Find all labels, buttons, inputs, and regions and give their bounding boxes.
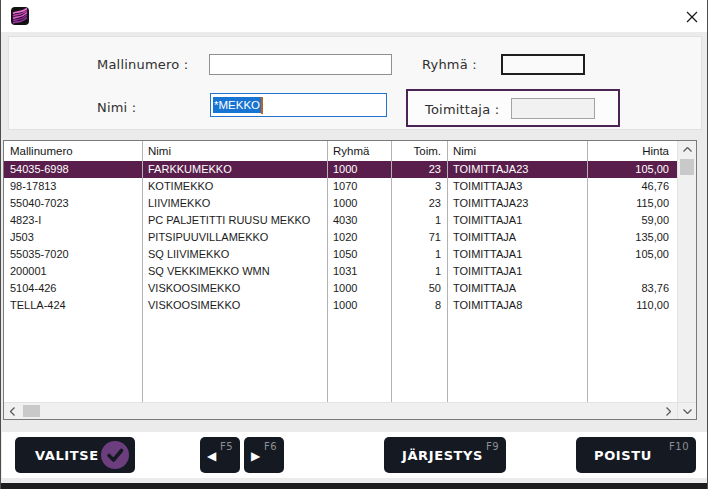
f5-key-hint: F5 (220, 441, 233, 452)
button-bar: VALITSE ◀ F5 ▶ F6 JÄRJESTYS F9 POISTU F1… (2, 432, 708, 478)
table-cell: TOIMITTAJA1 (453, 263, 585, 280)
scroll-right-icon[interactable] (660, 403, 677, 419)
table-cell: 115,00 (589, 195, 669, 212)
toimittaja-groupbox: Toimittaja : (406, 89, 620, 127)
table-cell: 54035-6998 (10, 161, 140, 178)
table-cell: 55035-7020 (10, 246, 140, 263)
window-bottom-edge (1, 483, 708, 489)
table-cell: TOIMITTAJA (453, 280, 585, 297)
table-cell: 98-17813 (10, 178, 140, 195)
table-row[interactable]: 200001SQ VEKKIMEKKO WMN10311TOIMITTAJA1 (4, 263, 677, 280)
horizontal-scrollbar-thumb[interactable] (23, 405, 40, 417)
table-cell (589, 263, 669, 280)
table-cell: 1 (393, 212, 441, 229)
table-cell: 1 (393, 246, 441, 263)
table-row[interactable]: 54035-6998FARKKUMEKKO100023TOIMITTAJA231… (4, 161, 677, 178)
table-row[interactable]: 98-17813KOTIMEKKO10703TOIMITTAJA346,76 (4, 178, 677, 195)
table-row[interactable]: 4823-IPC PALJETITTI RUUSU MEKKO40301TOIM… (4, 212, 677, 229)
table-cell: 59,00 (589, 212, 669, 229)
table-cell: KOTIMEKKO (148, 178, 325, 195)
column-divider (327, 141, 328, 402)
column-divider (587, 141, 588, 402)
app-window: Mallinumero : Ryhmä : Nimi : *MEKKO Toim… (0, 0, 708, 489)
table-cell: 1000 (333, 195, 389, 212)
mallinumero-input[interactable] (209, 54, 392, 75)
vertical-scrollbar-thumb[interactable] (680, 159, 694, 175)
table-cell: 1000 (333, 280, 389, 297)
column-header-ryhma[interactable]: Ryhmä (333, 141, 389, 161)
table-cell: 23 (393, 195, 441, 212)
f9-key-hint: F9 (486, 441, 499, 452)
arrow-left-icon: ◀ (207, 449, 216, 463)
table-cell: PITSIPUUVILLAMEKKO (148, 229, 325, 246)
table-cell: TOIMITTAJA3 (453, 178, 585, 195)
column-divider (391, 141, 392, 402)
table-cell: 55040-7023 (10, 195, 140, 212)
table-row[interactable]: J503PITSIPUUVILLAMEKKO102071TOIMITTAJA13… (4, 229, 677, 246)
table-cell: TELLA-424 (10, 297, 140, 314)
table-row[interactable]: 55040-7023LIIVIMEKKO100023TOIMITTAJA2311… (4, 195, 677, 212)
table-header: Mallinumero Nimi Ryhmä Toim. Nimi Hinta (4, 141, 677, 161)
poistu-button-label: POISTU (594, 448, 652, 463)
vertical-scrollbar[interactable] (677, 141, 696, 402)
table-cell: 50 (393, 280, 441, 297)
table-cell: 135,00 (589, 229, 669, 246)
table-cell: 105,00 (589, 246, 669, 263)
table-cell: 1031 (333, 263, 389, 280)
toimittaja-input[interactable] (511, 98, 595, 119)
table-row[interactable]: TELLA-424VISKOOSIMEKKO10008TOIMITTAJA811… (4, 297, 677, 314)
f6-key-hint: F6 (264, 441, 277, 452)
close-icon[interactable] (683, 8, 701, 26)
column-header-toim[interactable]: Toim. (393, 141, 441, 161)
toimittaja-label: Toimittaja : (425, 102, 499, 117)
table-cell: 8 (393, 297, 441, 314)
jarjestys-button[interactable]: JÄRJESTYS F9 (384, 437, 506, 473)
previous-button[interactable]: ◀ F5 (200, 437, 240, 473)
table-cell: 5104-426 (10, 280, 140, 297)
jarjestys-button-label: JÄRJESTYS (402, 448, 483, 463)
ryhma-input[interactable] (501, 54, 585, 75)
scroll-left-icon[interactable] (4, 403, 21, 419)
table-cell: 1000 (333, 161, 389, 178)
table-cell: 1000 (333, 297, 389, 314)
nimi-input-selected-text: *MEKKO (213, 97, 261, 113)
f10-key-hint: F10 (669, 441, 689, 452)
table-cell: 1070 (333, 178, 389, 195)
ryhma-label: Ryhmä : (422, 57, 477, 72)
table-cell: 1 (393, 263, 441, 280)
nimi-input[interactable]: *MEKKO (210, 93, 387, 117)
mallinumero-label: Mallinumero : (97, 57, 188, 72)
logo-waves-icon (11, 7, 29, 25)
column-header-hinta[interactable]: Hinta (589, 141, 669, 161)
table-cell: 83,76 (589, 280, 669, 297)
table-cell: TOIMITTAJA (453, 229, 585, 246)
column-header-nimi[interactable]: Nimi (148, 141, 325, 161)
table-cell: 3 (393, 178, 441, 195)
column-header-mallinumero[interactable]: Mallinumero (10, 141, 140, 161)
table-cell: VISKOOSIMEKKO (148, 297, 325, 314)
horizontal-scrollbar[interactable] (4, 402, 677, 419)
table-cell: TOIMITTAJA1 (453, 212, 585, 229)
table-cell: 4823-I (10, 212, 140, 229)
table-cell: PC PALJETITTI RUUSU MEKKO (148, 212, 325, 229)
table-cell: VISKOOSIMEKKO (148, 280, 325, 297)
table-cell: TOIMITTAJA1 (453, 246, 585, 263)
table-cell: TOIMITTAJA23 (453, 161, 585, 178)
table-cell: 110,00 (589, 297, 669, 314)
table-cell: FARKKUMEKKO (148, 161, 325, 178)
table-row[interactable]: 55035-7020SQ LIIVIMEKKO10501TOIMITTAJA11… (4, 246, 677, 263)
poistu-button[interactable]: POISTU F10 (576, 437, 696, 473)
table-cell: SQ VEKKIMEKKO WMN (148, 263, 325, 280)
table-cell: 4030 (333, 212, 389, 229)
table-row[interactable]: 5104-426VISKOOSIMEKKO100050TOIMITTAJA83,… (4, 280, 677, 297)
column-header-nimi2[interactable]: Nimi (453, 141, 585, 161)
nimi-label: Nimi : (97, 100, 136, 115)
scroll-up-icon[interactable] (678, 141, 697, 158)
next-button[interactable]: ▶ F6 (244, 437, 284, 473)
results-table: Mallinumero Nimi Ryhmä Toim. Nimi Hinta … (3, 140, 697, 420)
valitse-button[interactable]: VALITSE (15, 437, 135, 473)
table-cell: 71 (393, 229, 441, 246)
table-cell: 46,76 (589, 178, 669, 195)
titlebar (1, 0, 708, 32)
scroll-down-icon[interactable] (677, 402, 696, 419)
